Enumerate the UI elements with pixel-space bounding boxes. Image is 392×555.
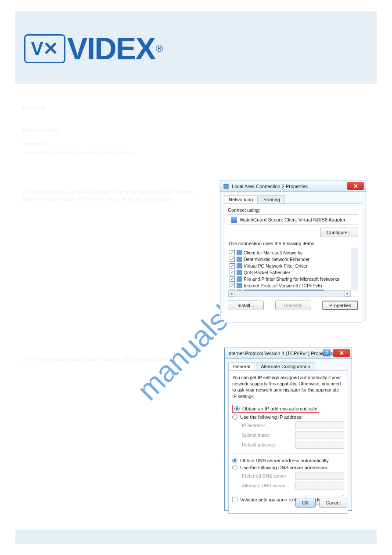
list-item[interactable]: Deterministic Network Enhancer bbox=[229, 256, 350, 262]
checkbox-icon[interactable] bbox=[230, 263, 235, 268]
ip-address-field: IP address:... bbox=[242, 421, 344, 429]
use-following-ip-option[interactable]: Use the following IP address: bbox=[232, 414, 344, 420]
footer-banner bbox=[15, 530, 377, 544]
install-button[interactable]: Install... bbox=[228, 301, 264, 310]
ip-address-input: ... bbox=[295, 421, 344, 429]
checkbox-icon[interactable] bbox=[230, 250, 235, 255]
section-intercom-title: Intercom bbox=[23, 105, 45, 112]
items-label: This connection uses the following items… bbox=[228, 241, 358, 246]
svg-rect-0 bbox=[224, 184, 228, 189]
step-1-text: 1. From inside the Local Area Connection… bbox=[23, 189, 207, 203]
close-icon[interactable]: ✕ bbox=[347, 182, 364, 190]
checkbox-icon[interactable] bbox=[230, 276, 235, 282]
lan-panel: Connect using: WatchGuard Secure Client … bbox=[224, 203, 362, 323]
ip-fields-group: IP address:... Subnet mask:... Default g… bbox=[242, 421, 344, 449]
default-gateway-field: Default gateway:... bbox=[242, 441, 344, 449]
ipv4-titlebar[interactable]: Internet Protocol Version 4 (TCP/IPv4) P… bbox=[225, 348, 352, 359]
ipv4-info-text: You can get IP settings assigned automat… bbox=[232, 374, 344, 399]
separator bbox=[232, 453, 344, 453]
checkbox-icon[interactable] bbox=[230, 270, 235, 275]
component-icon bbox=[237, 276, 242, 282]
component-icon bbox=[237, 263, 242, 268]
restore-windows7-block: Windows 7 The operations must be done on… bbox=[23, 141, 207, 156]
logo-mark-text: V✕ bbox=[31, 40, 58, 58]
ipv4-title-text: Internet Protocol Version 4 (TCP/IPv4) P… bbox=[227, 351, 333, 356]
obtain-dns-auto-label: Obtain DNS server address automatically bbox=[240, 458, 329, 463]
validate-checkbox[interactable] bbox=[232, 497, 237, 502]
list-item-label: Deterministic Network Enhancer bbox=[244, 257, 309, 262]
lan-properties-dialog: Local Area Connection 2 Properties ✕ Net… bbox=[220, 181, 366, 320]
ipv4-bottom-row: OK Cancel bbox=[295, 498, 349, 508]
checkbox-icon[interactable] bbox=[230, 283, 235, 288]
adapter-name: WatchGuard Secure Client Virtual NDIS6 A… bbox=[240, 217, 345, 222]
radio-use-following-ip[interactable] bbox=[232, 414, 237, 420]
component-icon bbox=[237, 257, 242, 262]
radio-obtain-auto[interactable] bbox=[234, 406, 240, 411]
scroll-left-icon[interactable]: ◄ bbox=[228, 291, 234, 297]
help-icon[interactable]: ? bbox=[323, 349, 331, 356]
obtain-ip-auto-label: Obtain an IP address automatically bbox=[242, 406, 317, 411]
connect-using-label: Connect using: bbox=[228, 207, 358, 213]
list-item[interactable]: Client for Microsoft Networks bbox=[229, 249, 350, 256]
default-gateway-label: Default gateway: bbox=[242, 442, 295, 447]
lan-button-row: Install... Uninstall Properties bbox=[228, 301, 358, 310]
logo-registered: ® bbox=[156, 43, 163, 54]
component-icon bbox=[237, 283, 242, 288]
ipv4-tabstrip: General Alternate Configuration bbox=[228, 362, 352, 370]
list-item-label: QoS Packet Scheduler bbox=[244, 270, 290, 275]
properties-button[interactable]: Properties bbox=[322, 301, 358, 310]
adapter-icon bbox=[231, 217, 237, 223]
list-item-label: Internet Protocol Version 6 (TCP/IPv6) bbox=[244, 283, 322, 288]
preferred-dns-input: ... bbox=[295, 472, 344, 480]
tab-general[interactable]: General bbox=[228, 362, 255, 370]
use-following-dns-option[interactable]: Use the following DNS server addresses: bbox=[232, 465, 344, 470]
preferred-dns-label: Preferred DNS server: bbox=[242, 473, 295, 479]
list-item[interactable]: Internet Protocol Version 6 (TCP/IPv6) bbox=[229, 282, 350, 289]
connection-items-list[interactable]: Client for Microsoft Networks Determinis… bbox=[228, 248, 358, 297]
ipv4-panel: You can get IP settings assigned automat… bbox=[228, 370, 348, 514]
component-icon bbox=[237, 250, 242, 255]
list-item[interactable]: QoS Packet Scheduler bbox=[229, 269, 350, 276]
restore-windows7-title: Windows 7 bbox=[23, 141, 207, 148]
scroll-track[interactable] bbox=[234, 291, 345, 297]
alternate-dns-field: Alternate DNS server:... bbox=[242, 482, 344, 490]
ok-button[interactable]: OK bbox=[295, 498, 316, 508]
vertical-scrollbar[interactable] bbox=[351, 248, 358, 290]
list-item-label: File and Printer Sharing for Microsoft N… bbox=[244, 276, 339, 282]
lan-titlebar[interactable]: Local Area Connection 2 Properties ✕ bbox=[220, 181, 366, 192]
checkbox-icon[interactable] bbox=[230, 257, 235, 262]
horizontal-scrollbar[interactable]: ◄ ► bbox=[228, 290, 351, 297]
radio-use-following-dns[interactable] bbox=[232, 465, 237, 470]
scroll-right-icon[interactable]: ► bbox=[345, 291, 351, 297]
adapter-field[interactable]: WatchGuard Secure Client Virtual NDIS6 A… bbox=[228, 214, 358, 225]
tab-sharing[interactable]: Sharing bbox=[259, 195, 285, 203]
network-icon bbox=[223, 183, 229, 189]
radio-obtain-dns-auto[interactable] bbox=[232, 458, 237, 463]
close-icon[interactable]: ✕ bbox=[333, 349, 350, 357]
header-banner: V✕ VIDEX ® bbox=[15, 11, 377, 84]
subnet-mask-field: Subnet mask:... bbox=[242, 431, 344, 439]
subnet-mask-label: Subnet mask: bbox=[242, 432, 295, 438]
alternate-dns-input: ... bbox=[295, 482, 344, 490]
videx-logo: V✕ VIDEX ® bbox=[24, 31, 163, 66]
obtain-dns-auto-option[interactable]: Obtain DNS server address automatically bbox=[232, 458, 344, 463]
preferred-dns-field: Preferred DNS server:... bbox=[242, 472, 344, 480]
configure-button[interactable]: Configure... bbox=[320, 228, 358, 237]
section-restore-title: How to restore bbox=[23, 127, 60, 134]
tab-networking[interactable]: Networking bbox=[224, 195, 258, 203]
logo-wordmark: VIDEX bbox=[67, 31, 155, 66]
restore-intro-text: The operations must be done on the same … bbox=[23, 149, 207, 156]
list-item[interactable]: File and Printer Sharing for Microsoft N… bbox=[229, 276, 350, 282]
ip-address-label: IP address: bbox=[242, 423, 295, 428]
tab-alternate-config[interactable]: Alternate Configuration bbox=[256, 362, 315, 370]
logo-mark: V✕ bbox=[24, 34, 65, 63]
validate-label: Validate settings upon exit bbox=[240, 497, 296, 502]
cancel-button[interactable]: Cancel bbox=[319, 498, 347, 508]
step-2-text: 2. From the properties page choose "Obta… bbox=[23, 356, 207, 363]
ipv4-properties-dialog: Internet Protocol Version 4 (TCP/IPv4) P… bbox=[224, 348, 352, 511]
validate-option[interactable]: Validate settings upon exit bbox=[232, 497, 296, 502]
list-inner: Client for Microsoft Networks Determinis… bbox=[228, 248, 351, 290]
lan-tabstrip: Networking Sharing bbox=[224, 195, 366, 203]
subnet-mask-input: ... bbox=[295, 431, 344, 439]
list-item[interactable]: Virtual PC Network Filter Driver bbox=[229, 262, 350, 269]
